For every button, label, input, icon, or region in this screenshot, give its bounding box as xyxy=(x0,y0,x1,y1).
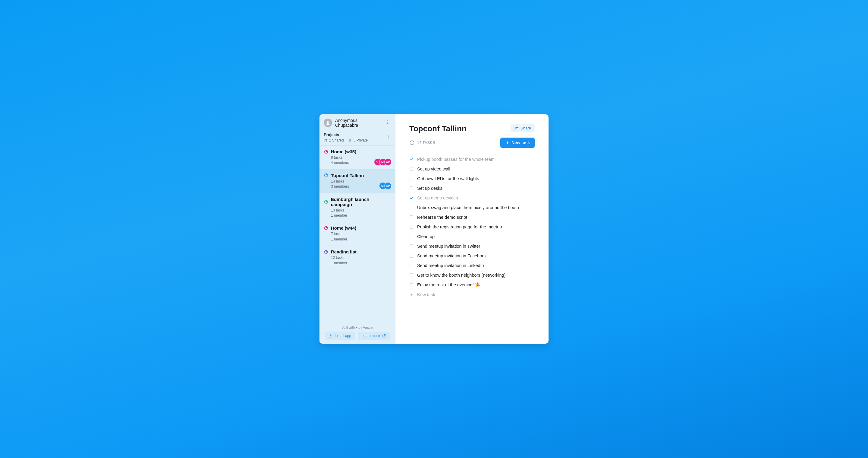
external-link-icon xyxy=(382,334,386,338)
built-with-suffix: by Vaadin xyxy=(358,325,373,329)
progress-circle-icon xyxy=(324,199,329,204)
task-checkbox[interactable] xyxy=(409,254,413,258)
task-text: Get new LEDs for the wall lights xyxy=(417,176,479,181)
task-checkbox[interactable] xyxy=(409,263,413,268)
shared-count: 2 Shared xyxy=(324,138,344,142)
task-text: Clean up xyxy=(417,234,435,239)
checkbox-icon xyxy=(410,206,413,209)
project-name: Home (w35) xyxy=(331,149,356,154)
project-name: Reading list xyxy=(331,249,356,254)
task-checkbox[interactable] xyxy=(409,167,413,171)
task-checkbox[interactable] xyxy=(409,176,413,181)
private-count: 3 Private xyxy=(348,138,368,142)
svg-point-12 xyxy=(516,127,517,128)
project-item-4[interactable]: Reading list12 tasks1 member xyxy=(319,246,395,269)
clock-icon xyxy=(409,140,415,145)
task-text: Enjoy the rest of the evening! 🎉 xyxy=(417,282,480,288)
task-row-1[interactable]: Set up video wall xyxy=(409,164,535,174)
task-checkbox[interactable] xyxy=(409,283,413,287)
task-checkbox[interactable] xyxy=(409,244,413,248)
task-row-6[interactable]: Rehearse the demo script xyxy=(409,212,535,222)
user-avatar[interactable] xyxy=(324,119,332,127)
task-row-10[interactable]: Send meetup invitation in Facebook xyxy=(409,251,535,261)
learn-more-button[interactable]: Learn more xyxy=(358,332,390,340)
new-task-button[interactable]: New task xyxy=(500,138,535,148)
progress-circle-icon xyxy=(324,226,329,230)
checkbox-icon xyxy=(410,216,413,219)
member-avatar: AP xyxy=(384,159,392,166)
task-row-5[interactable]: Unbox swag and place them nicely around … xyxy=(409,203,535,212)
project-item-3[interactable]: Home (w44)7 tasks1 member xyxy=(319,222,395,246)
main-header: Topconf Tallinn Share xyxy=(409,124,535,133)
task-checkbox[interactable] xyxy=(409,205,413,210)
download-icon xyxy=(329,334,333,338)
share-people-icon xyxy=(514,126,519,130)
task-row-4[interactable]: Set up demo devices xyxy=(409,193,535,203)
task-list: Pickup booth passes for the whole teamSe… xyxy=(409,154,535,290)
project-item-2[interactable]: Edinburgh launch campaign13 tasks1 membe… xyxy=(319,193,395,222)
user-menu-button[interactable] xyxy=(384,119,391,127)
task-text: Publish the registration page for the me… xyxy=(417,225,502,229)
svg-point-0 xyxy=(327,121,329,123)
footer-buttons: Install app Learn more xyxy=(323,332,392,340)
project-name: Home (w44) xyxy=(331,225,356,230)
task-checkbox[interactable] xyxy=(409,273,413,277)
sidebar-footer: Built with ♥ by Vaadin Install app Learn… xyxy=(319,322,395,344)
install-app-button[interactable]: Install app xyxy=(325,332,355,340)
project-row: Reading list xyxy=(324,249,391,254)
task-row-11[interactable]: Send meetup invitation in LinkedIn xyxy=(409,261,535,270)
add-project-button[interactable] xyxy=(384,133,392,142)
svg-point-3 xyxy=(387,123,388,124)
task-checkbox[interactable] xyxy=(409,157,413,162)
task-checkbox[interactable] xyxy=(409,196,413,200)
avatar-stack: ABAPAP xyxy=(376,159,392,166)
checkbox-icon xyxy=(410,177,413,180)
plus-icon xyxy=(409,293,413,297)
plus-icon xyxy=(385,134,391,140)
task-checkbox[interactable] xyxy=(409,225,413,229)
user-name: Anonymous Chupacabra xyxy=(335,118,381,127)
task-checkbox[interactable] xyxy=(409,234,413,239)
shared-count-text: 2 Shared xyxy=(329,138,344,142)
project-meta: 13 tasks1 member xyxy=(331,208,391,219)
task-row-9[interactable]: Send meetup invitation in Twitter xyxy=(409,241,535,251)
task-text: Send meetup invitation in Twitter xyxy=(417,244,480,249)
project-item-1[interactable]: Topconf Tallinn14 tasks3 membersAPAP xyxy=(319,169,395,193)
project-name: Topconf Tallinn xyxy=(331,173,364,178)
task-row-8[interactable]: Clean up xyxy=(409,232,535,241)
task-row-3[interactable]: Set up desks xyxy=(409,183,535,193)
task-text: Pickup booth passes for the whole team xyxy=(417,157,495,162)
project-title: Topconf Tallinn xyxy=(409,124,467,133)
install-label: Install app xyxy=(335,334,351,338)
task-row-12[interactable]: Get to know the booth neighbors (network… xyxy=(409,270,535,280)
task-text: Unbox swag and place them nicely around … xyxy=(417,205,519,210)
checkbox-icon xyxy=(410,225,413,229)
task-row-7[interactable]: Publish the registration page for the me… xyxy=(409,222,535,232)
svg-rect-6 xyxy=(349,140,351,142)
task-text: Get to know the booth neighbors (network… xyxy=(417,273,505,278)
progress-circle-icon xyxy=(324,173,329,178)
task-checkbox[interactable] xyxy=(409,215,413,219)
task-count-text: 14 TASKS xyxy=(417,141,435,145)
person-icon xyxy=(326,120,330,125)
member-avatar: AP xyxy=(384,182,392,190)
projects-title: Projects xyxy=(324,133,391,137)
projects-counts: 2 Shared 3 Private xyxy=(324,138,391,142)
share-button[interactable]: Share xyxy=(510,124,535,132)
checkbox-icon xyxy=(410,187,413,190)
svg-point-2 xyxy=(387,122,388,122)
check-icon xyxy=(409,196,413,200)
sidebar: Anonymous Chupacabra Projects 2 Shared 3… xyxy=(319,114,396,344)
projects-header: Projects 2 Shared 3 Private xyxy=(319,131,395,144)
task-checkbox[interactable] xyxy=(409,186,413,190)
avatar-stack: APAP xyxy=(381,182,392,190)
project-item-0[interactable]: Home (w35)8 tasks4 membersABAPAP xyxy=(319,145,395,169)
user-row: Anonymous Chupacabra xyxy=(319,114,395,131)
task-row-2[interactable]: Get new LEDs for the wall lights xyxy=(409,174,535,183)
checkbox-icon xyxy=(410,264,413,267)
svg-point-1 xyxy=(387,120,388,121)
new-task-row[interactable]: New task xyxy=(409,290,535,299)
progress-circle-icon xyxy=(324,250,329,254)
task-row-13[interactable]: Enjoy the rest of the evening! 🎉 xyxy=(409,280,535,290)
task-row-0[interactable]: Pickup booth passes for the whole team xyxy=(409,154,535,164)
